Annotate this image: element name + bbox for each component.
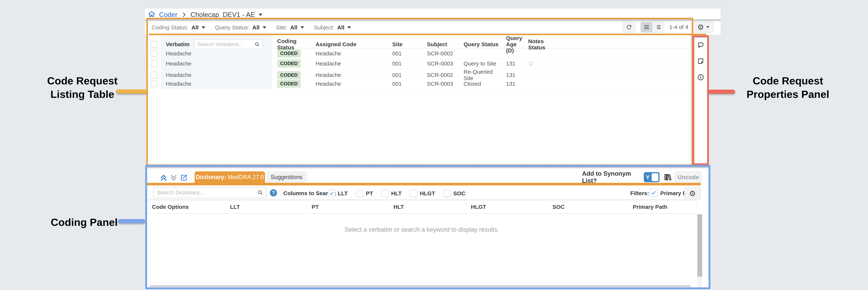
primary-path-checkbox[interactable] — [649, 189, 658, 197]
refresh-icon — [626, 24, 632, 31]
indent-list-icon — [655, 24, 661, 30]
checkbox-hlt[interactable]: HLT — [381, 190, 402, 197]
query-status-filter[interactable]: Query Status: All — [215, 24, 266, 31]
row-checkbox[interactable] — [151, 80, 157, 87]
checkbox-llt[interactable]: LLT — [328, 190, 348, 197]
dictionary-search — [153, 187, 267, 198]
hlgt-checkbox[interactable] — [410, 190, 417, 197]
notes-status-cell — [523, 59, 546, 68]
compact-view-button[interactable] — [652, 22, 664, 32]
notes-status-cell — [523, 49, 546, 58]
gear-icon: ⚙ — [697, 23, 704, 31]
results-settings-button[interactable]: ⚙ — [684, 187, 701, 200]
checkbox-hlgt[interactable]: HLGT — [410, 190, 435, 197]
assigned-code-cell: Headache — [311, 59, 388, 68]
verbatim-cell: Headache — [161, 59, 272, 68]
query-age-cell: 131 — [501, 79, 523, 89]
synonym-list-icon[interactable] — [663, 173, 672, 182]
llt-checkbox[interactable] — [328, 190, 335, 197]
annotation-line: Properties Panel — [734, 88, 842, 101]
verbatim-cell: Headache — [161, 79, 272, 89]
row-checkbox[interactable] — [151, 50, 157, 57]
home-icon[interactable] — [148, 10, 155, 20]
checkbox-pt[interactable]: PT — [356, 190, 373, 197]
site-cell: 001 — [388, 59, 422, 68]
page: Coder Cholecap_DEV1 - AE Coding Status: … — [0, 0, 868, 290]
verbatim-search-input[interactable] — [197, 41, 253, 47]
col-pt: PT — [307, 200, 389, 213]
coded-badge: CODED — [277, 80, 301, 88]
select-all-checkbox[interactable] — [151, 41, 157, 48]
notes-icon[interactable] — [697, 58, 704, 65]
table-row[interactable]: Headache CODED Headache 001 SCR-0003 Que… — [147, 59, 690, 69]
coding-status-cell: CODED — [272, 79, 311, 89]
list-view-button[interactable] — [641, 22, 652, 32]
site-cell: 001 — [388, 49, 422, 58]
col-hlt: HLT — [389, 200, 466, 213]
chevron-down-icon[interactable] — [259, 14, 262, 16]
coded-badge: CODED — [277, 71, 301, 79]
annotation-line: Code Request — [734, 74, 842, 88]
query-status-label: Query Status: — [215, 24, 249, 31]
chevron-down-icon — [202, 26, 205, 29]
chevron-right-icon — [181, 12, 187, 18]
properties-panel-annotation: Code Request Properties Panel — [734, 74, 842, 101]
code-request-properties-panel — [695, 37, 707, 163]
info-icon[interactable] — [697, 74, 704, 81]
subject-cell: SCR-0003 — [422, 59, 459, 68]
dictionary-search-input[interactable] — [156, 189, 255, 196]
tab-suggestions[interactable]: Suggestions — [266, 171, 307, 183]
coded-badge: CODED — [277, 50, 301, 58]
hlt-checkbox[interactable] — [381, 190, 389, 197]
synonym-toggle[interactable]: Y — [644, 172, 659, 182]
verbatim-search — [194, 39, 263, 50]
table-row[interactable]: Headache CODED Headache 001 SCR-0002 — [147, 49, 690, 59]
coding-status-filter[interactable]: Coding Status: All — [152, 24, 205, 31]
tab-dictionary[interactable]: Dictionary: MedDRA 27.0 — [195, 171, 265, 183]
table-row[interactable]: Headache CODED Headache 001 SCR-0002 Re-… — [147, 69, 690, 79]
results-header-row: Code Options LLT PT HLT HLGT SOC Primary… — [147, 200, 696, 214]
site-label: Site: — [276, 24, 287, 31]
hlt-label: HLT — [391, 190, 402, 197]
col-code-options: Code Options — [147, 200, 225, 213]
col-verbatim[interactable]: Verbatim — [166, 41, 190, 47]
vertical-scrollbar-thumb[interactable] — [697, 214, 702, 277]
table-row[interactable]: Headache CODED Headache 001 SCR-0003 Clo… — [147, 79, 690, 89]
refresh-button[interactable] — [622, 21, 636, 33]
table-settings-button[interactable]: ⚙ — [693, 21, 713, 33]
verbatim-cell: Headache — [161, 49, 272, 58]
annotation-line: Listing Table — [35, 88, 130, 101]
collapse-up-icon[interactable] — [159, 173, 168, 182]
subject-cell: SCR-0002 — [422, 49, 459, 58]
breadcrumb-root-link[interactable]: Coder — [159, 11, 178, 19]
help-icon[interactable]: ? — [270, 189, 277, 196]
checkbox-soc[interactable]: SOC — [443, 190, 465, 197]
pt-checkbox[interactable] — [356, 190, 364, 197]
col-llt: LLT — [225, 200, 307, 213]
properties-annotation-connector — [709, 90, 735, 94]
subject-cell: SCR-0003 — [422, 79, 459, 89]
coding-panel-top-shadow — [147, 167, 709, 169]
query-status-cell: Query to Site — [459, 59, 501, 68]
comments-icon[interactable] — [697, 41, 704, 49]
note-icon[interactable] — [528, 61, 533, 66]
query-status-value: All — [252, 24, 259, 31]
site-filter[interactable]: Site: All — [276, 24, 304, 31]
llt-label: LLT — [338, 190, 348, 197]
soc-label: SOC — [453, 190, 465, 197]
subject-filter[interactable]: Subject: All — [314, 24, 351, 31]
row-checkbox[interactable] — [151, 60, 157, 67]
breadcrumb: Coder Cholecap_DEV1 - AE — [148, 10, 262, 20]
coding-status-label: Coding Status: — [152, 24, 188, 31]
horizontal-scrollbar-thumb[interactable] — [150, 285, 690, 287]
code-request-listing-table: Verbatim Coding Status Assigned Code Sit… — [147, 35, 690, 166]
row-checkbox[interactable] — [151, 72, 157, 78]
coding-status-value: All — [191, 24, 198, 31]
uncode-button[interactable]: Uncode — [675, 171, 702, 183]
soc-checkbox[interactable] — [443, 190, 451, 197]
search-icon — [257, 190, 263, 195]
expand-down-icon[interactable] — [169, 173, 178, 182]
view-toggle — [641, 22, 664, 33]
open-in-new-window-icon[interactable] — [180, 174, 188, 182]
assigned-code-cell: Headache — [311, 79, 388, 89]
